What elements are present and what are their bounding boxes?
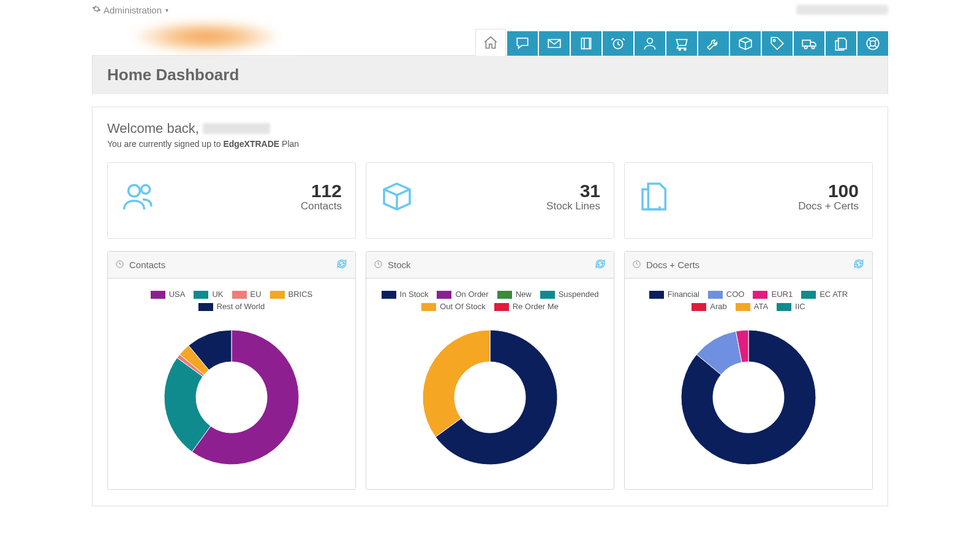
stat-label: Stock Lines — [546, 200, 600, 212]
welcome-heading: Welcome back, — [107, 121, 873, 137]
admin-menu[interactable]: Administration — [104, 5, 162, 15]
legend-item: Arab — [692, 301, 726, 313]
nav-support-icon[interactable] — [858, 31, 888, 56]
legend-label: COO — [726, 288, 745, 301]
user-name-redacted — [203, 123, 270, 134]
legend-label: IIC — [795, 301, 805, 313]
legend-label: BRICS — [288, 288, 313, 301]
nav-user-icon[interactable] — [635, 31, 665, 56]
chart-panel-stock: StockIn StockOn OrderNewSuspendedOut Of … — [366, 251, 614, 490]
user-menu[interactable] — [796, 5, 888, 15]
legend-label: EC ATR — [820, 288, 848, 301]
legend-label: EU — [251, 288, 262, 301]
legend-item: COO — [708, 288, 745, 301]
legend-item: Re Order Me — [494, 301, 559, 313]
nav-home-icon[interactable] — [475, 29, 506, 56]
legend-item: EC ATR — [801, 288, 848, 301]
refresh-button[interactable] — [853, 258, 865, 272]
nav-cart-icon[interactable] — [666, 31, 697, 56]
legend-swatch — [736, 303, 750, 311]
docs-icon — [638, 179, 673, 214]
main-nav — [475, 29, 888, 56]
clock-icon — [632, 260, 641, 271]
page-title: Home Dashboard — [107, 66, 873, 84]
legend-swatch — [494, 303, 509, 311]
brand-logo — [92, 21, 300, 52]
legend-swatch — [382, 291, 396, 299]
refresh-button[interactable] — [336, 258, 348, 272]
legend-item: UK — [194, 288, 223, 301]
people-icon — [121, 179, 156, 214]
donut-chart — [114, 318, 349, 477]
legend-label: Suspended — [559, 288, 599, 301]
legend-label: Rest of World — [217, 301, 265, 313]
legend-swatch — [692, 303, 706, 311]
legend-swatch — [198, 303, 213, 311]
legend-swatch — [421, 303, 436, 311]
legend-swatch — [497, 291, 512, 299]
legend-label: USA — [169, 288, 186, 301]
legend-swatch — [708, 291, 723, 299]
chevron-down-icon: ▾ — [165, 7, 168, 13]
nav-box-icon[interactable] — [730, 31, 761, 56]
legend-item: On Order — [437, 288, 488, 301]
chart-panel-docs-certs: Docs + CertsFinancialCOOEUR1EC ATRArabAT… — [624, 251, 873, 490]
nav-wrench-icon[interactable] — [698, 31, 729, 56]
legend-item: USA — [151, 288, 186, 301]
chart-title: Stock — [388, 260, 411, 270]
legend-item: EU — [232, 288, 262, 301]
nav-mail-icon[interactable] — [539, 31, 570, 56]
stat-value: 31 — [546, 181, 600, 201]
nav-truck-icon[interactable] — [794, 31, 824, 56]
legend-swatch — [437, 291, 451, 299]
legend-item: BRICS — [270, 288, 313, 301]
legend-label: Re Order Me — [513, 301, 559, 313]
stat-docs-certs[interactable]: 100Docs + Certs — [624, 162, 873, 239]
dashboard-card: Welcome back, You are currently signed u… — [92, 107, 888, 506]
legend-label: Out Of Stock — [440, 301, 485, 313]
legend-item: In Stock — [382, 288, 429, 301]
legend-label: UK — [212, 288, 223, 301]
stat-label: Contacts — [301, 200, 342, 212]
legend-item: Out Of Stock — [421, 301, 485, 313]
legend-swatch — [194, 291, 208, 299]
legend-label: In Stock — [400, 288, 429, 301]
legend-label: Financial — [668, 288, 699, 301]
box-icon — [380, 179, 414, 214]
legend-item: Suspended — [540, 288, 599, 301]
legend-item: New — [497, 288, 532, 301]
stat-value: 100 — [798, 181, 859, 201]
nav-alarm-icon[interactable] — [603, 31, 633, 56]
legend-label: EUR1 — [771, 288, 793, 301]
nav-chat-icon[interactable] — [507, 31, 538, 56]
stat-label: Docs + Certs — [798, 200, 859, 212]
chart-title: Docs + Certs — [646, 260, 699, 270]
stat-value: 112 — [301, 181, 342, 201]
chart-title: Contacts — [129, 260, 165, 270]
chart-legend: USAUKEUBRICSRest of World — [114, 288, 349, 313]
stat-stock-lines[interactable]: 31Stock Lines — [366, 162, 614, 239]
chart-legend: FinancialCOOEUR1EC ATRArabATAIIC — [631, 288, 866, 313]
legend-label: Arab — [710, 301, 726, 313]
stat-contacts[interactable]: 112Contacts — [107, 162, 356, 239]
clock-icon — [115, 260, 124, 271]
legend-item: IIC — [777, 301, 805, 313]
nav-book-icon[interactable] — [571, 31, 601, 56]
legend-swatch — [801, 291, 816, 299]
legend-swatch — [540, 291, 555, 299]
legend-swatch — [151, 291, 165, 299]
donut-chart — [372, 318, 608, 477]
legend-label: New — [516, 288, 532, 301]
legend-swatch — [270, 291, 285, 299]
legend-swatch — [232, 291, 247, 299]
legend-swatch — [777, 303, 791, 311]
refresh-button[interactable] — [594, 258, 606, 272]
plan-line: You are currently signed up to EdgeXTRAD… — [107, 139, 873, 149]
legend-item: EUR1 — [753, 288, 793, 301]
nav-copy-icon[interactable] — [826, 31, 856, 56]
legend-item: ATA — [736, 301, 768, 313]
page-title-band: Home Dashboard — [92, 55, 888, 94]
nav-tag-icon[interactable] — [762, 31, 793, 56]
legend-swatch — [649, 291, 664, 299]
chart-legend: In StockOn OrderNewSuspendedOut Of Stock… — [372, 288, 608, 313]
